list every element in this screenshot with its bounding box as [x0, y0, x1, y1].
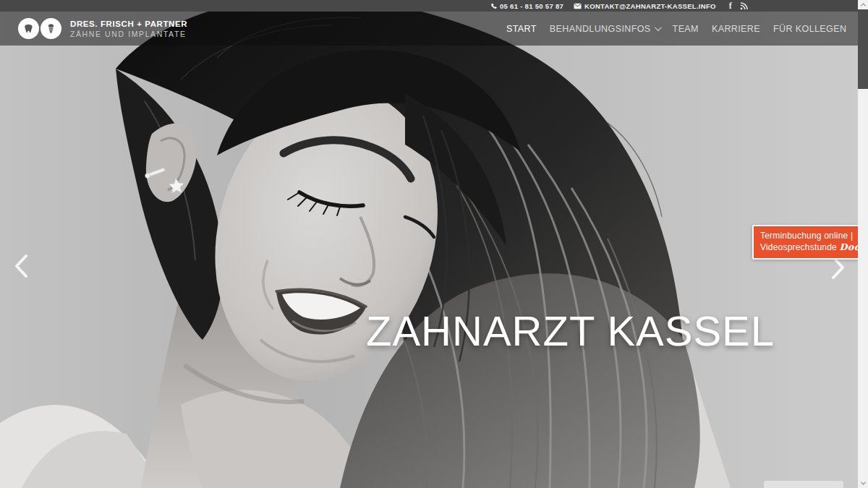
- nav-item-team[interactable]: TEAM: [673, 24, 699, 34]
- tooth-icon: [18, 18, 39, 39]
- phone-number: 05 61 - 81 50 57 87: [500, 2, 563, 10]
- scrollbar[interactable]: [858, 0, 868, 488]
- nav-item-start[interactable]: START: [506, 24, 537, 34]
- cta-line-1: Terminbuchung online |: [760, 230, 858, 241]
- chevron-down-icon: [655, 24, 662, 31]
- facebook-icon[interactable]: f: [729, 1, 732, 10]
- logo[interactable]: DRES. FRISCH + PARTNER ZÄHNE UND IMPLANT…: [18, 18, 187, 39]
- scrollbar-down-arrow[interactable]: [858, 479, 868, 488]
- implant-icon: [41, 18, 61, 39]
- nav-item-behandlungsinfos[interactable]: BEHANDLUNGSINFOS: [550, 24, 660, 34]
- phone-icon: [490, 3, 497, 9]
- scrollbar-thumb[interactable]: [858, 9, 868, 89]
- page: ZAHNARZT KASSEL 05 61 - 81 50 57 87 KONT…: [0, 0, 868, 488]
- cta-line-2: Videosprechstunde Doctolib: [760, 241, 858, 253]
- main-navbar: DRES. FRISCH + PARTNER ZÄHNE UND IMPLANT…: [0, 12, 858, 46]
- carousel-prev-arrow[interactable]: [13, 253, 29, 282]
- email-link[interactable]: KONTAKT@ZAHNARZT-KASSEL.INFO: [574, 2, 716, 10]
- logo-title: DRES. FRISCH + PARTNER: [70, 20, 187, 28]
- doctolib-booking-button[interactable]: Terminbuchung online | Videosprechstunde…: [752, 225, 859, 260]
- phone-link[interactable]: 05 61 - 81 50 57 87: [490, 2, 563, 10]
- nav-menu: START BEHANDLUNGSINFOS TEAM KARRIERE FÜR…: [506, 12, 868, 46]
- corner-widget-button[interactable]: [763, 480, 844, 488]
- top-utility-bar: 05 61 - 81 50 57 87 KONTAKT@ZAHNARZT-KAS…: [0, 0, 858, 12]
- email-address: KONTAKT@ZAHNARZT-KASSEL.INFO: [584, 2, 716, 10]
- logo-subtitle: ZÄHNE UND IMPLANTATE: [70, 30, 187, 38]
- scrollbar-up-arrow[interactable]: [858, 0, 868, 9]
- rss-icon[interactable]: [740, 2, 748, 10]
- nav-item-karriere[interactable]: KARRIERE: [712, 24, 760, 34]
- hero-slide-image: [0, 0, 858, 488]
- hero-title: ZAHNARZT KASSEL: [366, 307, 775, 355]
- envelope-icon: [574, 3, 582, 9]
- nav-item-fuer-kollegen[interactable]: FÜR KOLLEGEN: [773, 24, 846, 34]
